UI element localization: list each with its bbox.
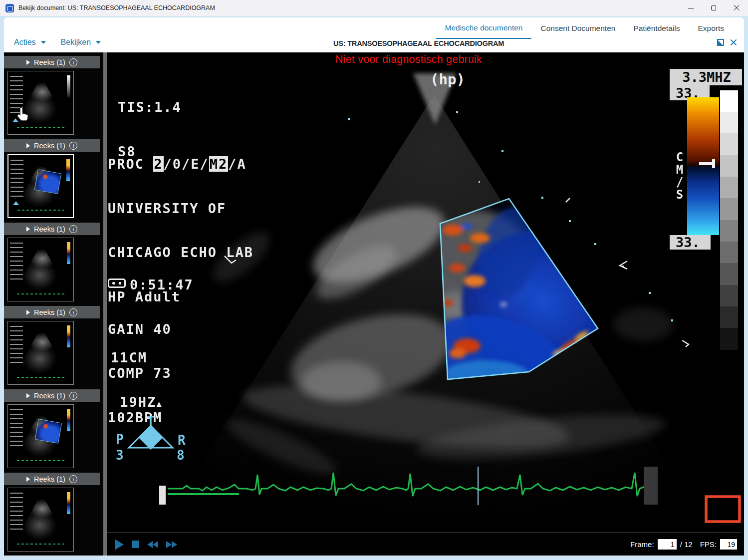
thumb-overlay-text <box>10 326 23 365</box>
chevron-down-icon <box>96 41 101 44</box>
rewind-button[interactable] <box>147 541 158 548</box>
playback-bar: Frame: / 12 FPS: <box>107 532 742 556</box>
close-button[interactable] <box>725 0 748 16</box>
thumb-orientation-marker <box>13 201 19 205</box>
thumb-ecg-trace <box>17 460 64 461</box>
expand-window-icon[interactable] <box>717 39 724 46</box>
velocity-scale-bottom: 33. <box>670 235 711 250</box>
thumb-doppler-box <box>35 419 62 444</box>
thumb-colorbar <box>67 492 70 514</box>
series-section: Reeks (1) <box>4 56 103 137</box>
info-icon[interactable] <box>69 392 77 400</box>
thumb-ecg-trace <box>17 377 64 378</box>
orientation-top: T <box>147 416 155 429</box>
collapse-arrow-icon <box>26 60 30 65</box>
frequency-readout: 3.3MHZ <box>670 69 742 85</box>
velocity-unit-label: CM /S <box>674 151 686 201</box>
probe-orientation-marker: T P R 3 8 <box>115 416 190 462</box>
tab-medische-documenten[interactable]: Medische documenten <box>436 17 531 39</box>
thumb-overlay-text <box>10 243 23 281</box>
proc-flag-m2: M2 <box>209 156 229 172</box>
chevron-down-icon <box>41 41 46 44</box>
frame-label: Frame: <box>630 540 654 549</box>
rewind-icon <box>147 541 153 548</box>
thumb-colorbar <box>67 242 70 264</box>
frame-total: / 12 <box>680 540 693 549</box>
fps-input[interactable] <box>720 539 737 550</box>
thumb-overlay-text <box>10 160 23 198</box>
orientation-left: P <box>116 432 124 447</box>
tis-value: TIS:1.4 <box>118 100 209 115</box>
collapse-arrow-icon <box>26 227 30 232</box>
series-label: Reeks (1) <box>34 58 65 66</box>
info-icon[interactable] <box>69 308 77 316</box>
fast-forward-icon <box>172 541 177 548</box>
info-icon[interactable] <box>69 58 77 66</box>
series-header[interactable]: Reeks (1) <box>4 306 100 318</box>
colorbar-marker-tick <box>712 159 715 168</box>
thumbnail-image[interactable] <box>7 238 74 301</box>
thumbnail-image[interactable] <box>7 71 74 135</box>
thumb-ecg-trace <box>17 544 64 545</box>
collapse-arrow-icon <box>26 143 30 148</box>
tab-consent-documenten[interactable]: Consent Documenten <box>531 17 624 39</box>
time-value: 0:51:47 <box>130 277 194 292</box>
bekijken-menu[interactable]: Bekijken <box>61 38 101 47</box>
thumbnail-image[interactable] <box>7 321 74 385</box>
hand-cursor-icon <box>16 106 29 122</box>
close-viewer-icon[interactable] <box>730 39 737 46</box>
acties-label: Acties <box>14 38 36 47</box>
tab-patientdetails[interactable]: Patiëntdetails <box>624 17 689 39</box>
fast-forward-icon <box>166 541 172 548</box>
series-sidebar: Reeks (1) Reeks (1) <box>4 52 103 556</box>
main-panel: Medische documenten Consent Documenten P… <box>4 17 744 556</box>
series-header[interactable]: Reeks (1) <box>4 223 100 235</box>
series-label: Reeks (1) <box>34 475 65 483</box>
window-title: Bekijk document: US: TRANSOESOPHAGEAAL E… <box>18 4 215 11</box>
collapse-arrow-icon <box>26 477 30 482</box>
tab-bar: Medische documenten Consent Documenten P… <box>4 17 744 39</box>
acties-menu[interactable]: Acties <box>14 38 46 47</box>
thumbnail-image-selected[interactable] <box>7 154 74 218</box>
series-header[interactable]: Reeks (1) <box>4 389 100 402</box>
thumb-ecg-trace <box>17 210 64 211</box>
maximize-button[interactable] <box>702 0 725 16</box>
collapse-arrow-icon <box>26 393 30 398</box>
tab-exports[interactable]: Exports <box>689 17 733 39</box>
series-section: Reeks (1) <box>4 223 103 303</box>
rewind-icon <box>153 541 158 548</box>
rate-line: 19HZ▲ <box>111 395 202 411</box>
thumb-ecg-trace <box>17 293 64 294</box>
thumbnail-image[interactable] <box>7 404 74 468</box>
thumbnail-image[interactable] <box>7 488 74 552</box>
thumb-ecg-trace <box>17 127 64 128</box>
fast-forward-button[interactable] <box>166 541 177 548</box>
info-icon[interactable] <box>69 142 77 150</box>
maximize-icon <box>711 5 716 10</box>
thumb-grayscale-bar <box>67 75 70 97</box>
sidebar-divider[interactable] <box>103 52 107 556</box>
app-icon <box>5 4 14 12</box>
thumb-doppler-box <box>34 169 62 194</box>
ultrasound-viewport[interactable]: Niet voor diagnostisch gebruik TIS:1.4 S… <box>107 52 742 532</box>
series-label: Reeks (1) <box>34 142 65 150</box>
series-header[interactable]: Reeks (1) <box>4 139 100 152</box>
stop-button[interactable] <box>132 541 139 548</box>
play-button[interactable] <box>115 539 124 550</box>
thumb-overlay-text <box>10 409 23 448</box>
thumb-ultrasound-fan <box>20 243 63 292</box>
content-row: Reeks (1) Reeks (1) <box>4 52 744 556</box>
series-header[interactable]: Reeks (1) <box>4 473 100 485</box>
tissue-echoes <box>206 192 673 483</box>
series-header[interactable]: Reeks (1) <box>4 56 100 68</box>
thumb-colorbar <box>67 409 70 431</box>
collapse-arrow-icon <box>26 310 30 315</box>
frame-input[interactable] <box>658 539 677 550</box>
thumb-overlay-text <box>10 493 23 532</box>
minimize-button[interactable] <box>679 0 702 16</box>
orientation-right: R <box>178 433 186 448</box>
viewer-column: Niet voor diagnostisch gebruik TIS:1.4 S… <box>107 52 742 556</box>
info-icon[interactable] <box>69 475 77 483</box>
info-icon[interactable] <box>69 225 77 233</box>
red-highlight-rectangle <box>706 497 740 522</box>
